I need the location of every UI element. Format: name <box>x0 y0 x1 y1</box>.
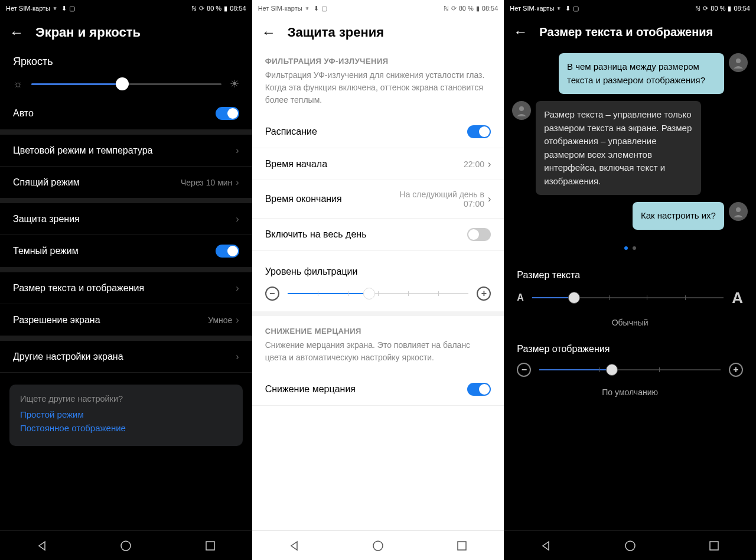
nav-back[interactable] <box>35 539 48 552</box>
brightness-slider[interactable] <box>31 83 221 85</box>
filter-slider[interactable] <box>288 293 469 294</box>
sb-battery: 80 % <box>459 5 474 12</box>
nav-back[interactable] <box>539 539 552 552</box>
eye-label: Защита зрения <box>13 214 80 224</box>
start-time-row[interactable]: Время начала 22:00› <box>252 148 504 180</box>
nav-back[interactable] <box>288 539 301 552</box>
statusbar: Нет SIM-картыᯤ⬇▢ ℕ⟳80 %▮08:54 <box>0 0 252 17</box>
text-display-size-row[interactable]: Размер текста и отображения › <box>0 272 252 304</box>
svg-rect-8 <box>710 542 718 550</box>
hint-link-always-on[interactable]: Постоянное отображение <box>20 423 232 433</box>
plus-button[interactable]: + <box>729 363 743 377</box>
svg-point-2 <box>373 541 383 551</box>
navbar <box>252 530 504 560</box>
dark-toggle[interactable] <box>216 245 239 258</box>
battery-icon: ▮ <box>728 5 731 12</box>
chevron-icon: › <box>236 214 239 224</box>
filter-level-slider-row: − + <box>252 283 504 311</box>
rotate-icon: ⟳ <box>451 5 457 12</box>
eye-comfort-row[interactable]: Защита зрения › <box>0 203 252 235</box>
schedule-toggle[interactable] <box>467 125 491 138</box>
hint-link-simple-mode[interactable]: Простой режим <box>20 409 232 419</box>
nav-home[interactable] <box>624 539 637 552</box>
schedule-row[interactable]: Расписание <box>252 116 504 148</box>
flicker-row[interactable]: Снижение мерцания <box>252 373 504 406</box>
auto-brightness-row[interactable]: Авто <box>0 97 252 130</box>
svg-rect-3 <box>458 542 466 550</box>
resolution-label: Разрешение экрана <box>13 315 100 325</box>
page-title: Размер текста и отображения <box>539 25 713 39</box>
page-title: Экран и яркость <box>35 25 141 40</box>
msg2-text: Размер текста – управление только размер… <box>536 101 701 195</box>
nfc-icon: ℕ <box>695 5 700 12</box>
all-day-row[interactable]: Включить на весь день <box>252 219 504 251</box>
wifi-icon: ᯤ <box>305 5 311 12</box>
nav-recent[interactable] <box>708 539 721 552</box>
nfc-icon: ℕ <box>444 5 449 12</box>
svg-rect-1 <box>206 542 214 550</box>
content: ФИЛЬТРАЦИЯ УФ-ИЗЛУЧЕНИЯ Фильтрация УФ-из… <box>252 46 504 530</box>
resolution-value: Умное <box>208 315 232 325</box>
avatar-user <box>729 53 748 72</box>
sleep-mode-row[interactable]: Спящий режим Через 10 мин› <box>0 167 252 198</box>
resolution-row[interactable]: Разрешение экрана Умное› <box>0 304 252 336</box>
nav-recent[interactable] <box>455 539 468 552</box>
navbar <box>504 530 756 560</box>
display-size-slider[interactable] <box>539 369 721 370</box>
dot-1 <box>624 246 628 250</box>
textsize-label: Размер текста и отображения <box>13 283 144 294</box>
chevron-icon: › <box>236 145 239 156</box>
text-size-label: Размер текста <box>504 258 756 285</box>
preview-msg-3: Как настроить их? <box>504 198 756 233</box>
icon-badge: ⬇ <box>314 5 319 12</box>
dark-mode-row[interactable]: Темный режим <box>0 235 252 268</box>
filter-level-label-row: Уровень фильтрации <box>252 251 504 283</box>
search-hint-box: Ищете другие настройки? Простой режим По… <box>9 385 243 446</box>
end-time-row[interactable]: Время окончания На следующий день в 07:0… <box>252 180 504 219</box>
header: ← Размер текста и отображения <box>504 17 756 45</box>
start-value: 22:00 <box>464 159 484 169</box>
sb-nosim: Нет SIM-карты <box>258 5 302 12</box>
svg-point-4 <box>736 58 741 63</box>
battery-icon: ▮ <box>476 5 480 12</box>
other-settings-row[interactable]: Другие настройки экрана › <box>0 341 252 373</box>
screen-text-display-size: Нет SIM-картыᯤ⬇▢ ℕ⟳80 %▮08:54 ← Размер т… <box>504 0 756 560</box>
allday-label: Включить на весь день <box>265 229 367 240</box>
header: ← Защита зрения <box>252 17 504 46</box>
sb-time: 08:54 <box>230 5 246 12</box>
sleep-label: Спящий режим <box>13 177 80 188</box>
icon-vpn: ▢ <box>69 5 75 12</box>
large-a-icon: A <box>732 289 743 307</box>
minus-button[interactable]: − <box>517 363 531 377</box>
schedule-label: Расписание <box>265 126 317 137</box>
flicker-toggle[interactable] <box>467 383 491 396</box>
sleep-value: Через 10 мин <box>181 178 232 187</box>
display-size-slider-row: − + <box>504 359 756 388</box>
sb-battery: 80 % <box>207 5 221 12</box>
chevron-icon: › <box>236 177 239 188</box>
text-size-slider[interactable] <box>532 297 724 298</box>
msg1-text: В чем разница между размером текста и ра… <box>559 53 724 94</box>
svg-point-7 <box>625 541 635 551</box>
auto-label: Авто <box>13 108 34 119</box>
back-button[interactable]: ← <box>9 25 24 40</box>
text-size-slider-row: A A <box>504 285 756 318</box>
sun-high-icon: ☀ <box>230 77 239 90</box>
back-button[interactable]: ← <box>262 25 276 40</box>
nav-home[interactable] <box>372 539 384 552</box>
avatar-bot <box>512 101 531 120</box>
divider <box>0 336 252 341</box>
nav-home[interactable] <box>119 539 132 552</box>
minus-button[interactable]: − <box>265 286 279 301</box>
text-size-value: Обычный <box>504 318 756 332</box>
svg-point-0 <box>121 541 131 551</box>
back-button[interactable]: ← <box>513 25 527 39</box>
color-mode-row[interactable]: Цветовой режим и температура › <box>0 135 252 167</box>
dark-label: Темный режим <box>13 246 79 256</box>
auto-toggle[interactable] <box>216 107 239 120</box>
nav-recent[interactable] <box>204 539 217 552</box>
wifi-icon: ᯤ <box>53 5 59 12</box>
allday-toggle[interactable] <box>467 228 491 241</box>
uv-filter-section-header: ФИЛЬТРАЦИЯ УФ-ИЗЛУЧЕНИЯ <box>252 46 504 69</box>
plus-button[interactable]: + <box>477 286 491 301</box>
